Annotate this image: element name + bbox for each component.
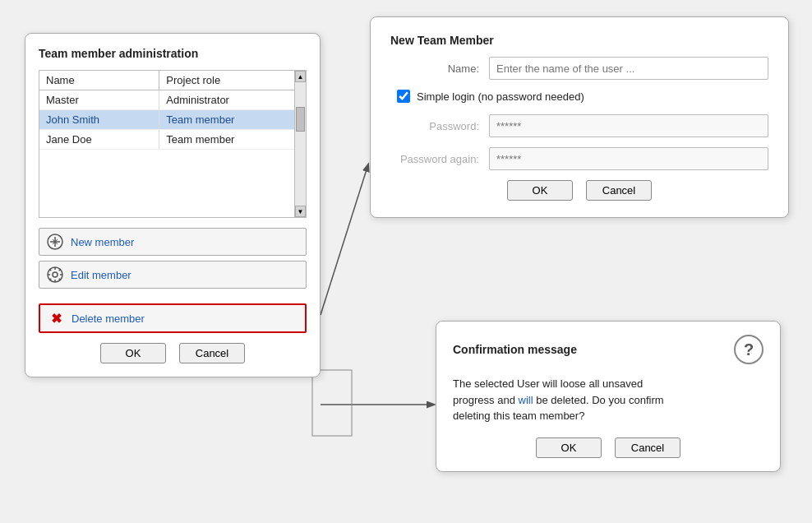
svg-rect-2 (312, 370, 352, 436)
svg-line-14 (49, 269, 51, 271)
confirm-message: The selected User will loose all unsaved… (453, 376, 764, 424)
confirm-text-2: progress and (453, 394, 515, 406)
name-row: Name: (390, 57, 768, 80)
member-role: Team member (159, 130, 306, 150)
admin-dialog-footer: OK Cancel (39, 343, 307, 363)
scrollbar-track (295, 82, 306, 206)
scrollbar-down[interactable]: ▼ (295, 206, 306, 217)
col-header-role: Project role (159, 71, 306, 90)
new-member-dialog-title: New Team Member (390, 34, 768, 47)
table-row[interactable]: Jane Doe Team member (39, 130, 306, 150)
delete-member-label: Delete member (72, 312, 145, 325)
table-row[interactable]: Master Administrator (39, 90, 306, 110)
admin-dialog-title: Team member administration (39, 47, 307, 60)
simple-login-checkbox[interactable] (397, 90, 410, 103)
new-member-label: New member (71, 236, 134, 248)
edit-member-label: Edit member (71, 269, 131, 281)
confirm-text-3: will (519, 394, 533, 406)
confirm-text-1: The selected User will loose all unsaved (453, 377, 643, 390)
svg-line-15 (59, 279, 61, 280)
svg-line-0 (321, 164, 368, 315)
delete-member-button[interactable]: ✖ Delete member (39, 303, 307, 333)
new-member-button[interactable]: New member (39, 228, 307, 256)
new-member-cancel-button[interactable]: Cancel (586, 180, 652, 201)
confirm-cancel-button[interactable]: Cancel (615, 437, 681, 458)
edit-member-button[interactable]: Edit member (39, 261, 307, 289)
confirm-text-4: be deleted. Do you confirm (536, 394, 663, 406)
member-table-wrapper: Name Project role Master Administrator J… (39, 70, 307, 218)
admin-cancel-button[interactable]: Cancel (179, 343, 245, 363)
confirm-text-5: deleting this team member? (453, 410, 584, 422)
member-name: Jane Doe (39, 130, 159, 150)
member-name: Master (39, 90, 159, 110)
confirm-dialog-footer: OK Cancel (453, 437, 764, 458)
member-role: Team member (159, 110, 306, 130)
password-row: Password: (390, 114, 768, 137)
edit-member-icon (46, 266, 64, 284)
new-member-ok-button[interactable]: OK (507, 180, 573, 201)
svg-point-9 (53, 272, 58, 277)
member-role: Administrator (159, 90, 306, 110)
new-member-dialog-footer: OK Cancel (390, 180, 768, 201)
member-table: Name Project role Master Administrator J… (39, 71, 306, 150)
scrollbar-thumb[interactable] (296, 107, 305, 132)
name-input[interactable] (489, 57, 768, 80)
name-label: Name: (390, 62, 489, 75)
scrollbar-up[interactable]: ▲ (295, 71, 306, 82)
admin-ok-button[interactable]: OK (100, 343, 166, 363)
confirm-header: Confirmation message ? (453, 335, 764, 364)
password-input[interactable] (489, 114, 768, 137)
password-again-label: Password again: (390, 153, 489, 165)
confirm-dialog: Confirmation message ? The selected User… (436, 321, 781, 472)
col-header-name: Name (39, 71, 159, 90)
password-again-row: Password again: (390, 147, 768, 170)
admin-dialog: Team member administration Name Project … (25, 33, 321, 377)
password-label: Password: (390, 120, 489, 132)
question-icon: ? (734, 335, 764, 364)
member-name: John Smith (39, 110, 159, 130)
simple-login-row: Simple login (no password needed) (397, 90, 768, 103)
scrollbar[interactable]: ▲ ▼ (294, 71, 306, 217)
new-member-icon (46, 233, 64, 251)
svg-line-17 (49, 279, 51, 280)
confirm-title: Confirmation message (453, 343, 577, 356)
delete-member-icon: ✖ (47, 309, 65, 327)
svg-line-16 (59, 269, 61, 271)
table-row[interactable]: John Smith Team member (39, 110, 306, 130)
password-again-input[interactable] (489, 147, 768, 170)
confirm-ok-button[interactable]: OK (536, 437, 602, 458)
simple-login-label: Simple login (no password needed) (417, 90, 584, 103)
new-member-dialog: New Team Member Name: Simple login (no p… (370, 16, 789, 218)
